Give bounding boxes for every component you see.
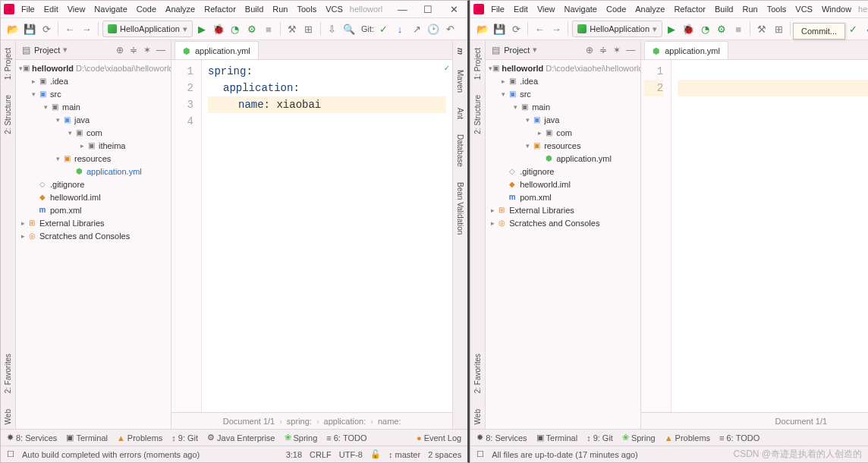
tree-extlib[interactable]: External Libraries (39, 219, 105, 228)
git-update-icon[interactable]: ↓ (392, 21, 407, 36)
tree-appyml[interactable]: application.yml (556, 154, 612, 163)
struct-icon[interactable]: ⊞ (771, 21, 786, 36)
menu-refactor[interactable]: Refactor (202, 4, 238, 14)
tree-resources[interactable]: resources (74, 154, 111, 163)
tw-git[interactable]: ↕ 9: Git (587, 433, 613, 443)
menu-code[interactable]: Code (604, 4, 628, 14)
profile-icon[interactable]: ⚙ (244, 21, 259, 36)
tree-java[interactable]: java (74, 115, 90, 124)
forward-icon[interactable]: → (549, 21, 564, 36)
tab-database[interactable]: Database (454, 130, 466, 172)
stop-icon[interactable]: ■ (261, 21, 276, 36)
encoding[interactable]: UTF-8 (339, 450, 363, 459)
tw-todo[interactable]: ≡ 6: TODO (326, 433, 366, 443)
locate-icon[interactable]: ⊕ (584, 45, 595, 55)
tw-git[interactable]: ↕ 9: Git (171, 433, 198, 443)
tree-gitignore[interactable]: .gitignore (520, 167, 554, 176)
tw-terminal[interactable]: ▣ Terminal (66, 433, 108, 443)
project-tree[interactable]: ▾▣helloworld D:\code\xiaobai\helloworld … (16, 60, 171, 429)
hide-icon[interactable]: — (156, 45, 166, 55)
save-icon[interactable]: 💾 (22, 21, 37, 36)
git-revert-icon[interactable]: ↶ (442, 21, 458, 36)
tab-beanval[interactable]: Bean Validation (454, 178, 466, 239)
tree-src[interactable]: src (50, 90, 61, 99)
menu-tools[interactable]: Tools (765, 4, 789, 14)
profile-icon[interactable]: ⚙ (714, 21, 729, 36)
tw-problems[interactable]: ▲ Problems (117, 433, 162, 443)
menu-edit[interactable]: Edit (42, 4, 61, 14)
menu-view[interactable]: View (535, 4, 558, 14)
hide-icon[interactable]: — (625, 45, 636, 55)
debug-icon[interactable]: 🐞 (211, 21, 226, 36)
tab-structure[interactable]: 2: Structure (2, 90, 14, 139)
tree-main[interactable]: main (62, 102, 80, 112)
menu-edit[interactable]: Edit (511, 4, 530, 14)
refresh-icon[interactable]: ⟳ (508, 21, 524, 36)
menu-vcs[interactable]: VCS (323, 4, 345, 14)
back-icon[interactable]: ← (62, 21, 77, 36)
menu-navigate[interactable]: Navigate (92, 4, 129, 14)
run-config-selector[interactable]: HelloApplication ▾ (102, 20, 193, 37)
tree-pom[interactable]: pom.xml (520, 193, 552, 202)
tree-com[interactable]: com (556, 128, 572, 137)
tab-favorites[interactable]: 2: Favorites (472, 349, 483, 398)
tw-javaent[interactable]: ⚙ Java Enterprise (207, 433, 275, 443)
refresh-icon[interactable]: ⟳ (39, 21, 54, 36)
tree-com[interactable]: com (86, 128, 102, 137)
tw-services[interactable]: ✸ 8: Services (476, 433, 527, 443)
tree-root[interactable]: helloworld (502, 64, 543, 73)
menu-build[interactable]: Build (712, 4, 735, 14)
tab-application-yml[interactable]: ⬢ application.yml (644, 41, 728, 59)
back-icon[interactable]: ← (532, 21, 547, 36)
menu-vcs[interactable]: VCS (793, 4, 815, 14)
tree-scratches[interactable]: Scratches and Consoles (509, 219, 599, 228)
tree-idea[interactable]: .idea (520, 77, 538, 86)
tw-spring[interactable]: ❀ Spring (622, 433, 656, 443)
maximize-button[interactable]: ☐ (417, 4, 439, 15)
tree-iml[interactable]: helloworld.iml (50, 193, 101, 202)
menu-view[interactable]: View (65, 4, 88, 14)
menu-refactor[interactable]: Refactor (671, 4, 708, 14)
menu-file[interactable]: File (19, 4, 37, 14)
editor-content[interactable] (671, 60, 868, 412)
expand-icon[interactable]: ≑ (128, 45, 139, 55)
git-branch[interactable]: ↕ master (388, 450, 420, 459)
build-icon[interactable]: ⚒ (285, 21, 300, 36)
menu-build[interactable]: Build (243, 4, 266, 14)
git-update-icon[interactable]: ✓ (862, 21, 868, 36)
tab-project[interactable]: 1: Project (472, 43, 483, 84)
menu-run[interactable]: Run (270, 4, 290, 14)
tw-problems[interactable]: ▲ Problems (665, 433, 710, 443)
tree-resources[interactable]: resources (544, 141, 580, 150)
tab-favorites[interactable]: 2: Favorites (2, 349, 14, 398)
tree-appyml[interactable]: application.yml (86, 167, 142, 176)
tree-itheima[interactable]: itheima (99, 141, 125, 150)
menu-tools[interactable]: Tools (294, 4, 319, 14)
run-icon[interactable]: ▶ (664, 21, 679, 36)
tw-todo[interactable]: ≡ 6: TODO (719, 433, 760, 443)
minimize-button[interactable]: — (392, 4, 413, 15)
tree-pom[interactable]: pom.xml (50, 206, 82, 215)
git-push-icon[interactable]: ↗ (409, 21, 424, 36)
open-icon[interactable]: 📂 (475, 21, 490, 36)
struct-icon[interactable]: ⊞ (301, 21, 316, 36)
menu-analyze[interactable]: Analyze (163, 4, 197, 14)
git-commit-icon[interactable]: ✓ (845, 21, 860, 36)
tab-structure[interactable]: 2: Structure (472, 90, 483, 139)
project-tree[interactable]: ▾▣helloworld D:\code\xiaohei\helloworld … (486, 60, 640, 429)
menu-file[interactable]: File (489, 4, 507, 14)
gear-icon[interactable]: ✶ (142, 45, 153, 55)
tree-java[interactable]: java (544, 115, 559, 124)
tw-terminal[interactable]: ▣ Terminal (536, 433, 578, 443)
tab-ant[interactable]: Ant (454, 103, 466, 124)
run-config-selector[interactable]: HelloApplication ▾ (572, 20, 662, 37)
project-pane-title[interactable]: Project (504, 46, 530, 55)
locate-icon[interactable]: ⊕ (115, 45, 125, 55)
tree-src[interactable]: src (520, 90, 531, 99)
coverage-icon[interactable]: ◔ (228, 21, 243, 36)
tree-scratches[interactable]: Scratches and Consoles (39, 232, 130, 241)
search-icon[interactable]: 🔍 (341, 21, 357, 36)
stop-icon[interactable]: ■ (731, 21, 746, 36)
tab-maven-label[interactable]: Maven (454, 65, 466, 97)
tree-main[interactable]: main (532, 102, 550, 112)
